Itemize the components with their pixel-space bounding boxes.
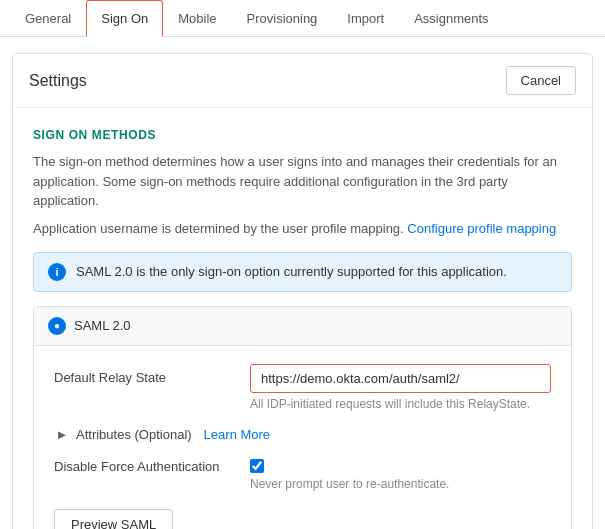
tab-general[interactable]: General — [10, 0, 86, 37]
profile-mapping-text: Application username is determined by th… — [33, 221, 404, 236]
preview-saml-button[interactable]: Preview SAML — [54, 509, 173, 530]
disable-force-auth-row: Disable Force Authentication Never promp… — [54, 459, 551, 491]
info-banner: i SAML 2.0 is the only sign-on option cu… — [33, 252, 572, 292]
default-relay-state-input[interactable] — [250, 364, 551, 393]
saml-body: Default Relay State All IDP-initiated re… — [34, 346, 571, 530]
section-title: SIGN ON METHODS — [33, 128, 572, 142]
settings-header: Settings Cancel — [13, 54, 592, 108]
tab-navigation: General Sign On Mobile Provisioning Impo… — [0, 0, 605, 37]
tab-mobile[interactable]: Mobile — [163, 0, 231, 37]
saml-title: SAML 2.0 — [74, 318, 131, 333]
disable-force-auth-hint: Never prompt user to re-authenticate. — [250, 477, 449, 491]
info-icon: i — [48, 263, 66, 281]
tab-provisioning[interactable]: Provisioning — [232, 0, 333, 37]
settings-title: Settings — [29, 72, 87, 90]
chevron-right-icon[interactable]: ► — [54, 427, 70, 443]
attributes-row: ► Attributes (Optional) Learn More — [54, 427, 551, 443]
attributes-label: Attributes (Optional) — [76, 427, 192, 442]
profile-mapping-row: Application username is determined by th… — [33, 221, 572, 236]
disable-force-auth-label: Disable Force Authentication — [54, 459, 234, 474]
relay-state-hint: All IDP-initiated requests will include … — [250, 397, 551, 411]
section-description: The sign-on method determines how a user… — [33, 152, 572, 211]
saml-header: ● SAML 2.0 — [34, 307, 571, 346]
disable-force-auth-checkbox[interactable] — [250, 459, 264, 473]
info-banner-text: SAML 2.0 is the only sign-on option curr… — [76, 264, 507, 279]
learn-more-link[interactable]: Learn More — [204, 427, 270, 442]
saml-icon: ● — [48, 317, 66, 335]
disable-force-auth-content: Never prompt user to re-authenticate. — [250, 459, 449, 491]
configure-profile-mapping-link[interactable]: Configure profile mapping — [407, 221, 556, 236]
disable-force-auth-wrapper — [250, 459, 449, 473]
cancel-button[interactable]: Cancel — [506, 66, 576, 95]
default-relay-state-content: All IDP-initiated requests will include … — [250, 364, 551, 411]
tab-sign-on[interactable]: Sign On — [86, 0, 163, 37]
saml-box: ● SAML 2.0 Default Relay State All IDP-i… — [33, 306, 572, 530]
default-relay-state-row: Default Relay State All IDP-initiated re… — [54, 364, 551, 411]
tab-assignments[interactable]: Assignments — [399, 0, 503, 37]
tab-import[interactable]: Import — [332, 0, 399, 37]
settings-body: SIGN ON METHODS The sign-on method deter… — [13, 108, 592, 529]
default-relay-state-label: Default Relay State — [54, 364, 234, 385]
settings-panel: Settings Cancel SIGN ON METHODS The sign… — [12, 53, 593, 529]
